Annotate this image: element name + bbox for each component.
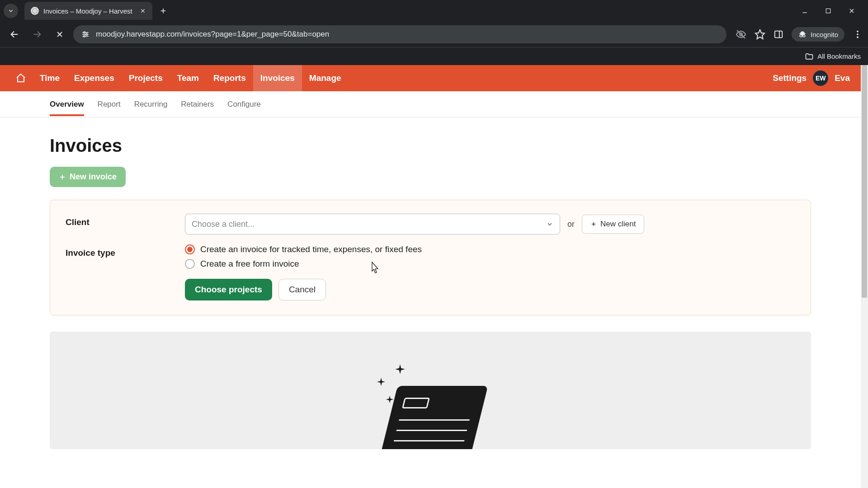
svg-rect-6 <box>826 9 830 13</box>
radio-circle-icon <box>185 259 195 269</box>
topnav-reports[interactable]: Reports <box>206 65 253 91</box>
toolbar-right-icons: Incognito <box>731 27 863 42</box>
svg-point-16 <box>84 32 85 33</box>
nav-back-button[interactable] <box>5 25 24 43</box>
subtab-recurring[interactable]: Recurring <box>134 93 168 116</box>
sparkle-icon <box>376 377 386 387</box>
incognito-indicator[interactable]: Incognito <box>792 27 844 42</box>
window-controls <box>799 5 864 16</box>
page-title: Invoices <box>50 136 811 156</box>
nav-forward-button[interactable] <box>28 25 46 43</box>
svg-point-28 <box>857 33 859 35</box>
subtab-overview[interactable]: Overview <box>50 93 84 116</box>
new-client-button[interactable]: New client <box>582 215 644 234</box>
topnav-invoices[interactable]: Invoices <box>253 65 302 91</box>
minimize-icon[interactable] <box>799 5 810 16</box>
radio-tracked-time[interactable]: Create an invoice for tracked time, expe… <box>185 244 422 254</box>
invoice-type-label: Invoice type <box>66 244 185 269</box>
browser-tab[interactable]: Invoices – Moodjoy – Harvest <box>24 2 152 20</box>
main-content: Invoices New invoice Client Choose a cli… <box>0 117 861 449</box>
eye-off-icon[interactable] <box>736 29 746 40</box>
settings-link[interactable]: Settings <box>773 73 807 83</box>
kebab-menu-icon[interactable] <box>853 29 863 39</box>
nav-stop-button[interactable] <box>51 25 69 43</box>
browser-chrome: Invoices – Moodjoy – Harvest moo <box>0 0 868 65</box>
topnav-manage[interactable]: Manage <box>302 65 349 91</box>
site-settings-icon[interactable] <box>80 29 90 39</box>
maximize-icon[interactable] <box>823 5 834 16</box>
chevron-down-icon <box>546 221 553 228</box>
subtab-report[interactable]: Report <box>98 93 121 116</box>
radio-circle-icon <box>185 244 195 254</box>
subtab-retainers[interactable]: Retainers <box>181 93 214 116</box>
invoice-type-radio-group: Create an invoice for tracked time, expe… <box>185 244 422 269</box>
or-text: or <box>567 220 575 229</box>
svg-point-17 <box>86 33 87 35</box>
user-avatar[interactable]: EW <box>813 70 828 86</box>
new-tab-button[interactable] <box>156 4 170 18</box>
tabs-dropdown-button[interactable] <box>4 4 18 18</box>
choose-projects-button[interactable]: Choose projects <box>185 279 272 300</box>
vertical-scrollbar[interactable] <box>861 65 868 488</box>
subtabs: Overview Report Recurring Retainers Conf… <box>0 91 861 117</box>
side-panel-icon[interactable] <box>774 29 783 39</box>
address-bar[interactable]: moodjoy.harvestapp.com/invoices?page=1&p… <box>73 25 726 43</box>
svg-rect-22 <box>775 31 783 38</box>
svg-point-18 <box>84 36 85 37</box>
client-select[interactable]: Choose a client... <box>185 214 560 235</box>
tab-title: Invoices – Moodjoy – Harvest <box>43 7 132 15</box>
bookmark-star-icon[interactable] <box>755 29 765 40</box>
bookmarks-bar: All Bookmarks <box>0 47 868 65</box>
new-invoice-button[interactable]: New invoice <box>50 167 126 187</box>
app-viewport: Time Expenses Projects Team Reports Invo… <box>0 65 868 488</box>
form-row-client: Client Choose a client... or New client <box>66 214 795 235</box>
url-text: moodjoy.harvestapp.com/invoices?page=1&p… <box>96 30 719 39</box>
all-bookmarks-label: All Bookmarks <box>817 52 861 60</box>
svg-marker-21 <box>755 30 764 39</box>
incognito-label: Incognito <box>811 31 838 38</box>
new-invoice-label: New invoice <box>70 172 117 182</box>
tab-close-icon[interactable] <box>140 8 146 14</box>
topnav-team[interactable]: Team <box>170 65 206 91</box>
close-window-icon[interactable] <box>846 5 857 16</box>
browser-toolbar: moodjoy.harvestapp.com/invoices?page=1&p… <box>0 22 868 47</box>
form-row-invoice-type: Invoice type Create an invoice for track… <box>66 244 795 269</box>
client-label: Client <box>66 214 185 235</box>
app-topbar: Time Expenses Projects Team Reports Invo… <box>0 65 861 91</box>
topnav-expenses[interactable]: Expenses <box>67 65 122 91</box>
tab-strip: Invoices – Moodjoy – Harvest <box>0 0 868 22</box>
topnav-projects[interactable]: Projects <box>122 65 170 91</box>
all-bookmarks-button[interactable]: All Bookmarks <box>805 52 861 61</box>
svg-point-0 <box>33 9 38 14</box>
topnav-time[interactable]: Time <box>33 65 67 91</box>
user-name[interactable]: Eva <box>835 73 850 83</box>
radio-tracked-label: Create an invoice for tracked time, expe… <box>200 244 422 254</box>
radio-freeform-label: Create a free form invoice <box>200 259 299 269</box>
topbar-right: Settings EW Eva <box>773 70 850 86</box>
new-client-label: New client <box>600 220 636 229</box>
client-select-placeholder: Choose a client... <box>192 220 255 229</box>
subtab-configure[interactable]: Configure <box>227 93 261 116</box>
topnav: Time Expenses Projects Team Reports Invo… <box>33 65 349 91</box>
home-icon[interactable] <box>11 65 31 91</box>
sparkle-icon <box>394 363 406 375</box>
tab-favicon <box>31 7 39 15</box>
form-actions: Choose projects Cancel <box>185 279 795 300</box>
empty-state-panel <box>50 332 811 449</box>
new-invoice-form: Client Choose a client... or New client <box>50 200 811 315</box>
svg-point-27 <box>857 31 859 33</box>
svg-point-29 <box>857 37 859 38</box>
scrollbar-thumb[interactable] <box>862 65 867 298</box>
cancel-button[interactable]: Cancel <box>278 279 326 300</box>
radio-free-form[interactable]: Create a free form invoice <box>185 259 422 269</box>
